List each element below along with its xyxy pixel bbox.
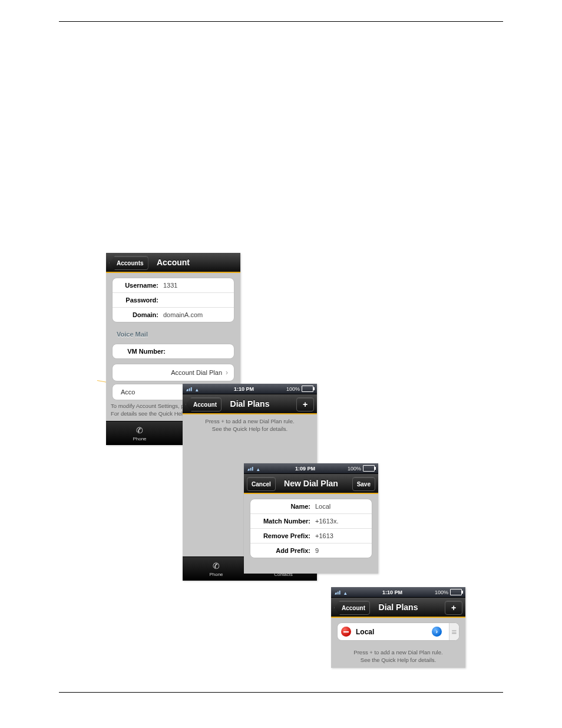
status-bar: 1:10 PM 100% [331,587,465,598]
battery-icon [450,589,462,595]
nav-bar: Cancel New Dial Plan Save [244,474,378,494]
chevron-right-icon: › [226,368,228,377]
back-button[interactable]: Accounts [109,256,148,270]
help-line2: See the Quick Help for details. [212,426,287,432]
domain-label: Domain: [118,311,158,318]
save-button[interactable]: Save [352,477,375,491]
voicemail-header: Voice Mail [106,327,240,339]
dial-plan-item[interactable]: Local › [337,622,459,641]
signal-icon [186,387,193,391]
vm-label: VM Number: [118,348,166,355]
nav-bar: Accounts Account [106,253,240,273]
name-value: Local [315,503,330,510]
add-button[interactable]: + [296,397,314,411]
remove-label: Remove Prefix: [256,532,310,539]
vm-group: VM Number: [112,344,234,359]
back-button[interactable]: Account [186,397,222,411]
addprefix-value: 9 [315,547,319,554]
help-line1: Press + to add a new Dial Plan rule. [205,418,294,424]
remove-value: +1613 [315,532,333,539]
help-text: Press + to add a new Dial Plan rule. See… [331,645,465,668]
nav-title: New Dial Plan [284,479,338,488]
help-line2: For details see the Quick Help [111,410,186,417]
phone-handset-icon: ✆ [211,561,222,571]
screenshot-dial-plans-list: 1:10 PM 100% Account Dial Plans + Local … [331,587,465,668]
screenshot-new-dial-plan: 1:09 PM 100% Cancel New Dial Plan Save N… [244,463,378,574]
battery-icon [363,465,375,472]
match-label: Match Number: [256,518,310,525]
username-label: Username: [118,282,158,289]
nav-bar: Account Dial Plans + [183,394,317,414]
drag-handle-icon[interactable] [449,623,459,640]
vm-row[interactable]: VM Number: [113,344,234,358]
signal-icon [335,590,342,595]
username-row[interactable]: Username: 1331 [113,278,234,293]
advanced-row-label: Acco [121,388,135,396]
help-line1: Press + to add a new Dial Plan rule. [353,649,442,655]
dial-plan-row[interactable]: Account Dial Plan › [112,364,234,381]
item-label: Local [356,628,427,636]
battery-pct: 100% [435,589,448,595]
status-time: 1:09 PM [295,466,315,472]
account-fields: Username: 1331 Password: Domain: domainA… [112,278,234,322]
detail-disclosure-icon[interactable]: › [432,627,442,637]
match-value: +1613x. [315,518,338,525]
wifi-icon [344,590,350,595]
domain-value: domainA.com [163,311,203,318]
cancel-button[interactable]: Cancel [247,477,276,491]
top-rule [59,21,503,22]
remove-row[interactable]: Remove Prefix: +1613 [250,529,372,543]
help-text: Press + to add a new Dial Plan rule. See… [183,414,317,437]
nav-bar: Account Dial Plans + [331,598,465,618]
wifi-icon [196,387,201,391]
nav-title: Dial Plans [379,602,418,612]
delete-icon[interactable] [341,627,351,637]
tab-phone[interactable]: ✆ Phone [183,557,250,581]
status-bar: 1:09 PM 100% [244,463,378,474]
wifi-icon [257,466,263,471]
tab-phone[interactable]: ✆ Phone [106,421,173,445]
help-line2: See the Quick Help for details. [361,657,436,663]
tab-phone-label: Phone [209,572,223,577]
name-label: Name: [256,503,310,510]
tab-phone-label: Phone [133,436,146,442]
dial-plan-fields: Name: Local Match Number: +1613x. Remove… [250,499,372,558]
addprefix-label: Add Prefix: [256,547,310,554]
nav-title: Account [157,258,190,267]
bottom-rule [59,692,503,693]
battery-pct: 100% [286,386,300,392]
phone-handset-icon: ✆ [134,426,145,435]
status-time: 1:10 PM [382,589,402,595]
match-row[interactable]: Match Number: +1613x. [250,514,372,529]
password-row[interactable]: Password: [113,293,234,308]
signal-icon [247,466,254,471]
battery-pct: 100% [348,466,361,472]
help-line1: To modify Account Settings, p [111,403,184,409]
status-time: 1:10 PM [234,386,254,392]
battery-icon [302,386,313,392]
add-button[interactable]: + [445,601,462,615]
password-label: Password: [118,297,158,304]
name-row[interactable]: Name: Local [250,499,372,514]
nav-title: Dial Plans [230,399,270,409]
domain-row[interactable]: Domain: domainA.com [113,308,234,322]
status-bar: 1:10 PM 100% [183,384,317,394]
back-button[interactable]: Account [334,601,370,615]
username-value: 1331 [163,282,177,289]
dial-plan-label: Account Dial Plan [171,369,222,376]
addprefix-row[interactable]: Add Prefix: 9 [250,543,372,558]
